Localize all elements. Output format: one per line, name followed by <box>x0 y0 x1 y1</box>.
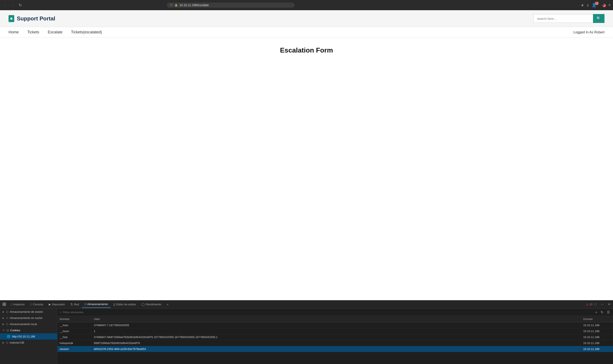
badge-count: 12 <box>595 2 599 5</box>
forward-button[interactable]: → <box>10 2 16 8</box>
logo-icon: ■ <box>9 15 14 22</box>
site-nav: Home Tickets Escalate Tickets(escalated)… <box>0 27 613 38</box>
user-info: Logged In As Robert <box>573 30 604 34</box>
bookmark-icon[interactable]: ★ <box>581 3 584 7</box>
back-button[interactable]: ← <box>2 2 8 8</box>
nav-tickets[interactable]: Tickets <box>27 30 39 34</box>
download-icon[interactable]: ⇓ <box>586 3 589 7</box>
nav-escalate[interactable]: Escalate <box>48 30 62 34</box>
logo: ■ Support Portal <box>9 15 55 22</box>
nav-home[interactable]: Home <box>9 30 19 34</box>
url-text[interactable]: 10.10.11.188/escalate <box>179 3 209 7</box>
search-button[interactable]: 🔍 <box>593 14 604 23</box>
search-input[interactable] <box>533 14 593 23</box>
browser-chrome: ← → ↻ 🛡 🔒 10.10.11.188/escalate ★ ⇓ 👤 12… <box>0 0 613 10</box>
page-content: Escalation Form <box>0 38 613 63</box>
firefox-icon[interactable]: ◕ <box>602 2 606 8</box>
menu-icon[interactable]: ≡ <box>609 3 611 7</box>
search-area: 🔍 <box>533 14 604 23</box>
site-header: ■ Support Portal 🔍 <box>0 10 613 27</box>
shield-icon: 🛡 <box>170 3 173 7</box>
logo-text: Support Portal <box>17 15 55 22</box>
browser-actions: ★ ⇓ 👤 12 ◕ ≡ <box>581 2 611 8</box>
refresh-button[interactable]: ↻ <box>18 2 23 8</box>
lock-icon: 🔒 <box>175 4 178 7</box>
nav-tickets-escalated[interactable]: Tickets(escalated) <box>71 30 102 34</box>
address-bar: 🛡 🔒 10.10.11.188/escalate <box>167 2 295 8</box>
page-title: Escalation Form <box>9 46 604 54</box>
